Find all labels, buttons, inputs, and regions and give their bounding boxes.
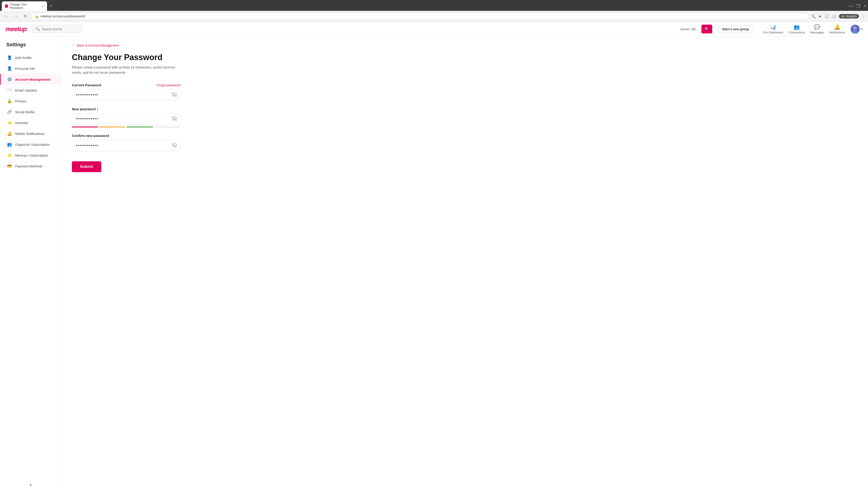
pro-dashboard-label: Pro Dashboard xyxy=(763,31,783,34)
sidebar-item-meetup-subscription[interactable]: ⭐ Meetup+ Subscription xyxy=(0,150,61,161)
app-container: meetup 🔍 Dover, DE 🔍 Start a new group 📊… xyxy=(0,22,868,488)
messages-label: Messages xyxy=(810,31,824,34)
back-arrow-icon: ← xyxy=(72,43,75,47)
confirm-password-input[interactable] xyxy=(72,140,180,151)
new-password-toggle-button[interactable] xyxy=(172,116,177,122)
sidebar-item-mobile-notifications[interactable]: 🔔 Mobile Notifications xyxy=(0,128,61,139)
interests-icon: ⭐ xyxy=(7,120,12,125)
sidebar-item-personal-info-label: Personal Info xyxy=(15,67,35,70)
current-password-label: Current Password xyxy=(72,83,101,87)
user-avatar xyxy=(850,25,860,34)
sidebar-item-privacy[interactable]: 🔒 Privacy xyxy=(0,96,61,106)
address-text: meetup.com/account/password/ xyxy=(40,14,85,18)
user-menu[interactable]: ▾ xyxy=(850,25,863,34)
confirm-password-toggle-button[interactable] xyxy=(172,142,177,149)
refresh-button[interactable]: ↻ xyxy=(22,13,29,20)
page-title: Change Your Password xyxy=(72,53,857,62)
account-management-icon: ⚙️ xyxy=(7,77,12,82)
back-link[interactable]: ← Back to Account Management xyxy=(72,43,857,47)
strength-segment-1 xyxy=(72,127,98,127)
sidebar-item-interests[interactable]: ⭐ Interests xyxy=(0,117,61,128)
sidebar-item-account-management-label: Account Management xyxy=(15,77,51,81)
minimize-button[interactable]: — xyxy=(849,4,853,8)
new-password-input[interactable] xyxy=(72,113,180,125)
new-password-label-row: New password ℹ xyxy=(72,107,180,111)
confirm-password-label-row: Confirm new password xyxy=(72,134,180,138)
extensions-icon[interactable]: ⬜ xyxy=(825,14,829,19)
connections-nav-item[interactable]: 👥 Connections xyxy=(789,24,805,34)
location-display[interactable]: Dover, DE xyxy=(681,27,696,31)
sidebar-item-social-media[interactable]: 🔗 Social Media xyxy=(0,106,61,117)
password-form: Current Password Forgot password xyxy=(72,83,180,172)
sidebar-item-edit-profile-label: Edit Profile xyxy=(15,56,32,60)
confirm-password-input-wrapper xyxy=(72,140,180,151)
sidebar-item-payment-methods[interactable]: 💳 Payment Methods xyxy=(0,161,61,171)
payment-methods-icon: 💳 xyxy=(7,164,12,168)
restore-button[interactable]: ❐ xyxy=(857,4,860,8)
search-icon[interactable]: 🔍 xyxy=(811,14,816,19)
current-password-input[interactable] xyxy=(72,90,180,101)
window-controls: — ❐ × xyxy=(849,4,866,8)
browser-tab-bar: Change Your Password × + — ❐ × xyxy=(0,0,868,11)
scroll-down-indicator: ▾ xyxy=(28,481,33,488)
incognito-icon: 🕵 xyxy=(841,15,844,18)
address-bar[interactable]: 🔒 meetup.com/account/password/ xyxy=(31,13,809,20)
search-input[interactable] xyxy=(42,27,78,31)
sidebar-item-account-management[interactable]: ⚙️ Account Management xyxy=(0,74,61,85)
notifications-icon: 🔔 xyxy=(834,24,840,30)
new-password-input-wrapper xyxy=(72,113,180,125)
start-group-button[interactable]: Start a new group xyxy=(718,25,753,33)
sidebar-item-edit-profile[interactable]: 👤 Edit Profile xyxy=(0,52,61,63)
connections-icon: 👥 xyxy=(794,24,800,30)
search-bar[interactable]: 🔍 xyxy=(32,25,82,33)
sidebar-item-personal-info[interactable]: 👤 Personal Info xyxy=(0,63,61,74)
notifications-nav-item[interactable]: 🔔 Notifications xyxy=(829,24,845,34)
pro-dashboard-nav-item[interactable]: 📊 Pro Dashboard xyxy=(763,24,783,34)
meetup-subscription-icon: ⭐ xyxy=(7,153,12,158)
new-password-group: New password ℹ xyxy=(72,107,180,127)
messages-nav-item[interactable]: 💬 Messages xyxy=(810,24,824,34)
new-tab-button[interactable]: + xyxy=(48,3,54,9)
sidebar-item-payment-methods-label: Payment Methods xyxy=(15,164,42,168)
organizer-subscription-icon: 👥 xyxy=(7,142,12,147)
sidebar-item-organizer-subscription[interactable]: 👥 Organizer Subscription xyxy=(0,139,61,150)
new-password-label: New password ℹ xyxy=(72,107,98,111)
confirm-password-group: Confirm new password xyxy=(72,134,180,151)
mobile-notifications-icon: 🔔 xyxy=(7,131,12,136)
forward-button[interactable]: → xyxy=(12,13,20,20)
current-password-toggle-button[interactable] xyxy=(172,92,177,98)
lock-icon: 🔒 xyxy=(35,15,39,18)
tab-close-button[interactable]: × xyxy=(42,4,44,8)
sidebar-item-email-updates-label: Email Updates xyxy=(15,88,37,92)
search-button[interactable]: 🔍 xyxy=(702,25,712,33)
search-button-icon: 🔍 xyxy=(705,27,709,31)
password-strength-bar xyxy=(72,127,180,127)
menu-icon[interactable]: ⋮ xyxy=(862,14,865,19)
page-description: Please create a password with at least 1… xyxy=(72,65,180,75)
sidebar-item-email-updates[interactable]: ✉️ Email Updates xyxy=(0,85,61,96)
search-icon: 🔍 xyxy=(35,27,40,31)
bookmark-icon[interactable]: ★ xyxy=(818,14,822,19)
header-nav: 📊 Pro Dashboard 👥 Connections 💬 Messages… xyxy=(763,24,845,34)
settings-sidebar: Settings 👤 Edit Profile 👤 Personal Info … xyxy=(0,36,61,488)
svg-point-1 xyxy=(854,27,857,30)
current-password-group: Current Password Forgot password xyxy=(72,83,180,101)
privacy-icon: 🔒 xyxy=(7,98,12,103)
strength-segment-2 xyxy=(99,127,126,127)
strength-segment-4 xyxy=(154,127,180,127)
personal-info-icon: 👤 xyxy=(7,66,12,71)
active-tab[interactable]: Change Your Password × xyxy=(2,1,47,11)
submit-button[interactable]: Submit xyxy=(72,161,101,172)
messages-icon: 💬 xyxy=(814,24,820,30)
forgot-password-link[interactable]: Forgot password xyxy=(157,84,180,87)
pro-dashboard-icon: 📊 xyxy=(770,24,776,30)
meetup-logo[interactable]: meetup xyxy=(5,26,27,33)
sidebar-item-mobile-notifications-label: Mobile Notifications xyxy=(15,132,44,135)
incognito-label: Incognito xyxy=(846,15,857,18)
new-password-hint-icon[interactable]: ℹ xyxy=(97,107,98,111)
connections-label: Connections xyxy=(789,31,805,34)
close-button[interactable]: × xyxy=(864,4,866,8)
back-button[interactable]: ← xyxy=(3,13,10,20)
profile-icon[interactable]: ⬜ xyxy=(832,14,836,19)
sidebar-item-privacy-label: Privacy xyxy=(15,99,26,103)
